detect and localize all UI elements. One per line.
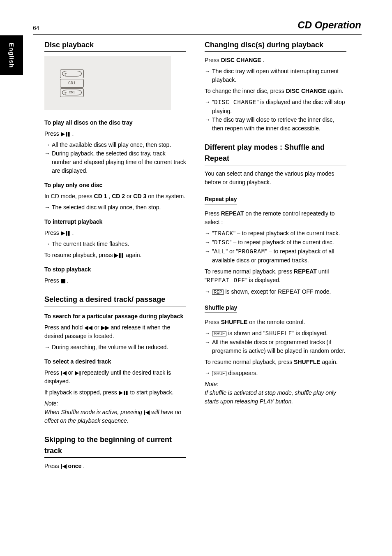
paragraph: Press DISC CHANGE . <box>205 56 346 65</box>
bullet: The disc tray will open without interrup… <box>205 67 346 84</box>
lcd-text: DISC CHANGE <box>214 99 256 106</box>
text: Press <box>44 277 61 284</box>
svg-rect-5 <box>68 231 70 236</box>
text: to start playback. <box>130 389 173 396</box>
text: once <box>68 463 82 469</box>
text: or <box>127 193 133 199</box>
bullet: During playback, the selected disc tray,… <box>44 149 186 175</box>
disc-icon: CD1 <box>62 90 82 95</box>
paragraph: In CD mode, press CD 1 , CD 2 or CD 3 on… <box>44 192 186 201</box>
disc-change-button-label: DISC CHANGE <box>221 57 261 63</box>
text: " – to repeat playback of the current di… <box>230 239 334 246</box>
text: When Shuffle mode is active, pressing <box>44 409 144 415</box>
paragraph: Press REPEAT on the remote control repea… <box>205 209 346 227</box>
heading-change-disc: Changing disc(s) during playback <box>205 39 346 52</box>
shuffle-button-label: SHUFFLE <box>294 359 321 365</box>
svg-rect-23 <box>61 464 62 469</box>
paragraph: Press or repeatedly until the desired tr… <box>44 368 186 386</box>
lcd-row-label: CD1 <box>60 79 84 88</box>
disc-icon <box>62 71 82 76</box>
repeat-button-label: REPEAT <box>221 210 244 217</box>
svg-rect-7 <box>119 253 121 258</box>
text: Press <box>205 319 221 325</box>
svg-marker-12 <box>101 326 105 330</box>
text: . <box>83 463 85 469</box>
heading-interrupt: To interrupt playback <box>44 218 186 226</box>
page-title: CD Operation <box>297 19 361 31</box>
heading-play-all: To play all discs on the disc tray <box>44 118 186 127</box>
bullet: SHUF disappears. <box>205 369 346 378</box>
paragraph: To resume normal playback, press REPEAT … <box>205 267 346 285</box>
shuffle-button-label: SHUFFLE <box>221 319 248 325</box>
bullet: During searching, the volume will be red… <box>44 343 186 352</box>
play-pause-icon <box>119 391 129 395</box>
lcd-row-disc2: CD1 <box>60 88 84 97</box>
lcd-text: DISC <box>214 239 230 246</box>
text: To resume normal playback, press <box>205 268 294 275</box>
heading-play-modes: Different play modes : Shuffle and Repea… <box>205 142 346 165</box>
svg-marker-18 <box>119 391 123 395</box>
cd2-button-label: CD 2 <box>112 193 125 199</box>
prev-track-icon <box>61 371 67 375</box>
bullet: The current track time flashes. <box>44 240 186 248</box>
resume: To resume playback, press again. <box>44 251 186 259</box>
shuf-indicator: SHUF <box>212 371 226 376</box>
text: Press <box>44 130 61 137</box>
cd3-button-label: CD 3 <box>133 193 146 199</box>
svg-marker-24 <box>62 464 67 469</box>
left-column: Disc playback CD1 CD1 To play all discs … <box>44 39 186 473</box>
text: . <box>263 57 265 63</box>
text: or <box>68 369 75 376</box>
bullet: The disc tray will close to retrieve the… <box>205 116 346 133</box>
text: is shown and " <box>228 330 265 336</box>
lcd-display: CD1 CD1 <box>44 56 171 110</box>
text: If playback is stopped, press <box>44 389 119 396</box>
fast-forward-icon <box>101 326 109 330</box>
text: To resume normal playback, press <box>205 359 294 365</box>
header-rule <box>33 34 362 35</box>
text: is shown, except for REPEAT OFF mode. <box>225 288 331 295</box>
right-column: Changing disc(s) during playback Press D… <box>205 39 346 408</box>
text: Press <box>44 369 61 376</box>
text: To resume playback, press <box>44 252 114 258</box>
svg-rect-9 <box>61 279 65 283</box>
svg-marker-22 <box>145 410 150 415</box>
bullet: All the available discs or programmed tr… <box>205 338 346 355</box>
text: disappears. <box>228 370 258 376</box>
heading-shuffle: Shuffle play <box>205 303 237 313</box>
text: on the remote control. <box>249 319 305 325</box>
text: " is displayed. <box>293 330 328 336</box>
bullet: SHUF is shown and "SHUFFLE" is displayed… <box>205 329 346 338</box>
press-play-all: Press . <box>44 130 186 138</box>
prev-track-icon <box>144 410 150 415</box>
text: . <box>67 277 69 284</box>
text: Press <box>205 210 221 217</box>
paragraph: You can select and change the various pl… <box>205 169 346 187</box>
text: Press and hold <box>44 324 84 331</box>
text: In CD mode, press <box>44 193 94 199</box>
text: If shuffle is activated at stop mode, sh… <box>205 389 336 405</box>
bullet: The selected disc will play once, then s… <box>44 203 186 212</box>
play-pause-icon <box>61 231 71 236</box>
lcd-text: PROGRAM <box>238 248 265 255</box>
heading-stop: To stop playback <box>44 265 186 274</box>
svg-rect-1 <box>66 132 67 137</box>
play-pause-icon <box>61 132 71 137</box>
bullet: All the available discs will play once, … <box>44 141 186 149</box>
bullet: "DISC CHANGE" is displayed and the disc … <box>205 98 346 116</box>
svg-marker-10 <box>84 326 88 330</box>
text: Press <box>205 57 221 63</box>
heading-search: To search for a particular passage durin… <box>44 312 186 321</box>
next-track-icon <box>75 371 81 375</box>
text: " is displayed. <box>245 277 281 283</box>
note: Note: When Shuffle mode is active, press… <box>44 399 186 425</box>
text: . <box>72 229 74 236</box>
text: again. <box>328 88 344 94</box>
svg-marker-16 <box>75 371 79 375</box>
text: on the system. <box>148 193 185 199</box>
paragraph: To resume normal playback, press SHUFFLE… <box>205 358 346 366</box>
paragraph: If playback is stopped, press to start p… <box>44 388 186 397</box>
text: To change the inner disc, press <box>205 88 286 94</box>
lcd-box: CD1 CD1 <box>60 69 84 98</box>
bullet: REP is shown, except for REPEAT OFF mode… <box>205 287 346 296</box>
